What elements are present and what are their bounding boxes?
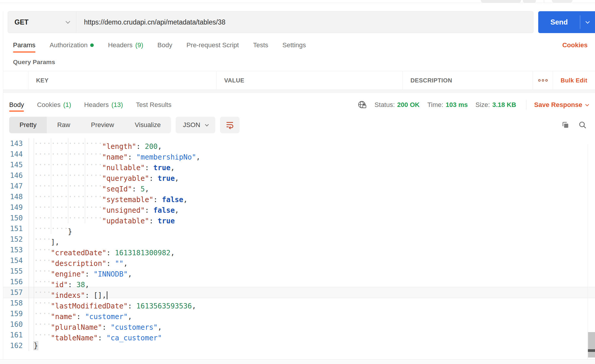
method-select[interactable]: GET xyxy=(8,11,76,33)
save-response-button[interactable]: Save Response xyxy=(534,101,588,109)
save-response-label: Save Response xyxy=(534,101,582,109)
time-label: Time: xyxy=(427,101,443,109)
tab-label: Headers xyxy=(84,101,109,109)
code-line[interactable]: 147················"seqId": 5, xyxy=(3,181,595,191)
line-number: 159 xyxy=(3,308,29,319)
code-line[interactable]: 151········} xyxy=(3,223,595,234)
code-line[interactable]: 158····"lastModifiedDate": 1613563593536… xyxy=(3,298,595,308)
query-params-label: Query Params xyxy=(13,58,595,66)
code-line[interactable]: 161····"tableName": "ca_customer" xyxy=(3,330,595,340)
line-number: 154 xyxy=(3,255,29,266)
view-tab-visualize[interactable]: Visualize xyxy=(125,117,171,133)
response-tab-cookies[interactable]: Cookies(1) xyxy=(37,96,71,113)
code-line[interactable]: 160····"pluralName": "customers", xyxy=(3,319,595,330)
line-number: 144 xyxy=(3,149,29,160)
code-line[interactable]: 148················"systemable": false, xyxy=(3,191,595,202)
indent-guide: ···· xyxy=(34,138,51,149)
indent-guide: ···· xyxy=(68,160,85,170)
cookies-link[interactable]: Cookies xyxy=(562,41,588,49)
code-line[interactable]: 146················"queryable": true, xyxy=(3,170,595,181)
tab-label: Headers xyxy=(108,41,132,49)
dot-icon xyxy=(542,79,544,82)
indent-guide: ···· xyxy=(34,191,51,202)
code-line[interactable]: 159····"name": "customer", xyxy=(3,308,595,319)
indent-guide: ···· xyxy=(34,287,51,298)
tab-settings[interactable]: Settings xyxy=(282,36,306,54)
wrap-lines-icon xyxy=(225,121,234,129)
chevron-down-icon xyxy=(66,19,70,24)
indent-guide: ···· xyxy=(51,223,68,234)
url-input[interactable]: https://demo.crudapi.cn/api/metadata/tab… xyxy=(76,11,533,33)
send-options-button[interactable] xyxy=(580,11,595,33)
view-tab-raw[interactable]: Raw xyxy=(47,117,80,133)
scrollbar-thumb[interactable] xyxy=(588,349,595,352)
format-select[interactable]: JSON xyxy=(176,117,215,133)
line-number: 152 xyxy=(3,234,29,245)
divider xyxy=(526,100,526,110)
code-line[interactable]: 156····"id": 38, xyxy=(3,277,595,287)
code-text: ····"lastModifiedDate": 1613563593536, xyxy=(29,298,595,308)
more-options-button[interactable] xyxy=(533,71,553,90)
code-line[interactable]: 153····"createdDate": 1613181300982, xyxy=(3,245,595,255)
code-text: ····"pluralName": "customers", xyxy=(29,319,595,330)
indent-guide: ···· xyxy=(85,138,102,149)
view-tab-preview[interactable]: Preview xyxy=(80,117,124,133)
code-text: } xyxy=(29,340,595,351)
indent-guide: ···· xyxy=(68,181,85,191)
dot-icon xyxy=(538,79,541,82)
top-partial-button xyxy=(523,0,536,3)
response-body-code[interactable]: 143················"length": 200,144····… xyxy=(3,138,595,351)
send-button[interactable]: Send xyxy=(538,11,595,33)
tab-pre-request-script[interactable]: Pre-request Script xyxy=(186,36,239,54)
tab-label: Settings xyxy=(282,41,306,49)
send-label: Send xyxy=(538,11,580,33)
tab-label: Cookies xyxy=(37,101,60,109)
indent-guide: ···· xyxy=(51,191,68,202)
code-line[interactable]: 162} xyxy=(3,340,595,351)
code-line[interactable]: 149················"unsigned": false, xyxy=(3,202,595,213)
code-line[interactable]: 150················"updatable": true xyxy=(3,213,595,223)
response-tab-test-results[interactable]: Test Results xyxy=(136,96,172,113)
code-text: ················"length": 200, xyxy=(29,138,595,149)
code-text: ················"queryable": true, xyxy=(29,170,595,181)
tab-tests[interactable]: Tests xyxy=(253,36,268,54)
tab-params[interactable]: Params xyxy=(13,36,35,54)
code-text: ················"name": "membershipNo", xyxy=(29,149,595,160)
indent-guide: ···· xyxy=(34,213,51,223)
bulk-edit-button[interactable]: Bulk Edit xyxy=(553,71,595,90)
tab-headers[interactable]: Headers(9) xyxy=(108,36,143,54)
vertical-scrollbar[interactable] xyxy=(588,332,595,358)
tab-body[interactable]: Body xyxy=(157,36,172,54)
code-line[interactable]: 157····"indexs": [], xyxy=(3,287,595,298)
request-panel: GET https://demo.crudapi.cn/api/metadata… xyxy=(3,11,595,364)
globe-lock-icon[interactable] xyxy=(358,100,367,109)
search-icon[interactable] xyxy=(578,121,587,129)
top-divider xyxy=(544,0,544,3)
code-line[interactable]: 145················"nullable": true, xyxy=(3,160,595,170)
indent-guide: ···· xyxy=(34,277,51,287)
code-line[interactable]: 155····"engine": "INNODB", xyxy=(3,266,595,277)
tab-count: (13) xyxy=(111,101,123,109)
line-number: 146 xyxy=(3,170,29,181)
tab-authorization[interactable]: Authorization xyxy=(50,36,94,54)
view-tab-pretty[interactable]: Pretty xyxy=(9,117,47,133)
indent-guide: ···· xyxy=(34,202,51,213)
code-text: ················"seqId": 5, xyxy=(29,181,595,191)
format-select-value: JSON xyxy=(183,121,200,129)
code-line[interactable]: 144················"name": "membershipNo… xyxy=(3,149,595,160)
tab-label: Test Results xyxy=(136,101,172,109)
indent-guide: ···· xyxy=(34,160,51,170)
code-line[interactable]: 152····], xyxy=(3,234,595,245)
tab-label: Authorization xyxy=(50,41,88,49)
indent-guide: ···· xyxy=(85,191,102,202)
code-line[interactable]: 154····"description": "", xyxy=(3,255,595,266)
response-tab-body[interactable]: Body xyxy=(9,96,24,113)
code-line[interactable]: 143················"length": 200, xyxy=(3,138,595,149)
size-pair: Size: 3.18 KB xyxy=(476,101,516,109)
response-tab-headers[interactable]: Headers(13) xyxy=(84,96,123,113)
wrap-lines-button[interactable] xyxy=(220,117,240,133)
copy-icon[interactable] xyxy=(561,121,570,129)
indent-guide: ···· xyxy=(68,202,85,213)
indent-guide: ···· xyxy=(34,308,51,319)
line-number: 156 xyxy=(3,277,29,287)
